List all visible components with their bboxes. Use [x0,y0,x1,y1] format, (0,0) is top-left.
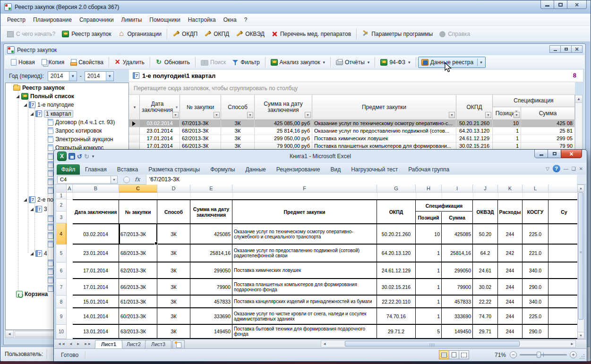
year-to-select[interactable]: 2014 [85,71,114,81]
cell[interactable]: 1 [416,279,442,295]
start-button[interactable]: С чего начать? [4,29,59,39]
cell[interactable]: 30.02 [473,279,498,295]
cell-spec-sum[interactable]: 425 08 [521,120,575,127]
scroll-right-button[interactable]: ► [569,341,575,347]
spreadsheet[interactable]: A B C D E F G H I J K L 1 2 3 4 5 6 7 8 … [56,185,584,339]
excel-hscrollbar[interactable]: ◄ ► [321,340,576,347]
xl-header-okved[interactable]: ОКВЭД [473,200,498,223]
tree-leaf[interactable] [48,260,53,266]
maximize-button[interactable] [554,0,567,9]
okdp-button[interactable]: ОКДП [169,28,201,39]
cell[interactable]: ЗК [157,262,190,278]
cell-sum[interactable]: 25 814,16 руб [255,127,312,135]
cell[interactable]: 64.20.13.120 [377,245,416,262]
col-header-F[interactable]: F [232,185,377,193]
cell[interactable]: 68/2013-ЗК [119,245,157,262]
filter-dropdown[interactable] [247,112,253,118]
cell[interactable]: 74.70 [473,308,498,324]
cell[interactable]: 79900 [190,279,232,295]
xl-row-10[interactable]: 13.01.2014 63/2013-ЗК ЗК 149450 Поставка… [73,325,580,339]
cell[interactable]: 244 [498,279,522,295]
reports-button[interactable]: Отчёты [333,57,373,68]
cell[interactable] [548,245,580,262]
scroll-up-button[interactable]: ▲ [578,185,584,192]
cell[interactable]: ЗК [157,308,190,324]
med-list-button[interactable]: Перечень мед. препаратов [268,29,354,39]
cell[interactable]: 17.01.2014 [73,279,119,295]
col-header-C[interactable]: C [119,185,157,193]
program-params-button[interactable]: Параметры программы [359,28,436,39]
cell[interactable]: 244 [498,262,522,278]
cell[interactable]: ЗК [157,279,190,295]
tab-home[interactable]: Главная [80,164,112,175]
analysis-button[interactable]: Анализ закупок [267,57,328,68]
scroll-thumb[interactable] [578,192,583,320]
cell[interactable]: Оказание услуг по предоставлению подвижн… [232,245,377,262]
new-button[interactable]: Новая [8,57,38,68]
cell-date[interactable]: 23.01.2014 [140,127,180,135]
cell-subject[interactable]: Оказание услуг по предоставлению подвижн… [312,127,456,135]
cell[interactable]: 22.22.20.110 [377,296,416,307]
cell[interactable]: Оказание услуг по чистке кровли от снега… [232,308,377,324]
filter-dropdown[interactable] [485,112,491,118]
menu-planning[interactable]: Планирование [30,15,75,25]
dropdown-segment[interactable] [477,59,482,66]
tree-leaf-dogovor[interactable]: Договор (п.4 ч.1 ст. 93) [48,119,115,126]
formula-input[interactable]: '67/2013-ЗК [146,175,577,185]
xl-header-way[interactable]: Способ [157,200,190,223]
cell[interactable]: 290.0 [522,325,548,338]
xl-row-8[interactable]: 15.01.2014 61/2013-ЗК ЗК 457833 Поставка… [73,296,580,308]
zoom-out-button[interactable]: − [510,351,517,358]
tab-file[interactable]: Файл [57,164,80,175]
col-header-G[interactable]: G [377,185,416,193]
cell[interactable]: ЗК [157,224,190,244]
cell-spec-sum[interactable]: 299 05 [521,135,575,143]
excel-titlebar[interactable]: Книга1 - Microsoft Excel [54,150,587,163]
cell-positions[interactable]: 10 [493,120,521,127]
col-header-sum[interactable]: Сумма на дату заключения [255,95,312,120]
cell[interactable]: 50.20.21.260 [377,224,416,244]
sheet-tab-2[interactable]: Лист2 [120,340,147,348]
expander-icon[interactable] [30,252,34,255]
tree-leaf[interactable] [48,161,53,168]
cell-date[interactable]: 17.01.2014 [140,135,180,143]
fz94-button[interactable]: 94-ФЗ [377,57,413,68]
expander-icon[interactable] [16,95,19,98]
xl-header-sum[interactable]: Сумма на дату заключения [190,200,232,223]
menu-limits[interactable]: Лимиты [118,15,146,25]
cell[interactable]: 25814,16 [442,245,473,262]
tree-recycle-bin[interactable]: Корзина [16,291,48,297]
cell[interactable]: 14.01.2014 [73,308,119,324]
sheet-tab-1[interactable]: Лист1 [94,340,122,348]
cell[interactable]: 457833 [442,296,473,307]
row-header-6[interactable]: 6 [56,262,67,279]
cell-way[interactable]: ЗК [221,127,255,135]
xl-row-7[interactable]: 17.01.2014 66/2013-ЗК ЗК 79900 Поставка … [73,279,580,296]
cell-number[interactable]: 62/2013-ЗК [180,135,221,143]
cell[interactable]: 244 [498,224,522,244]
tab-formulas[interactable]: Формулы [205,164,240,175]
group-by-bar[interactable]: Перетащите сюда заголовок, чтобы сгруппи… [129,82,575,95]
tree-leaf[interactable] [48,277,53,283]
cell-okpd[interactable]: 50.20.21.260 [456,120,493,127]
cell-date[interactable]: 03.02.2014 [140,120,180,127]
cell-way[interactable]: ЗК [221,135,255,143]
cell[interactable]: 149450 [190,325,232,338]
xl-header-okpd[interactable]: ОКПД [377,200,416,223]
scroll-down-button[interactable]: ▼ [578,332,584,339]
cell[interactable]: 299050 [190,262,232,278]
cell-subject[interactable]: Поставка химических ловушек [312,135,456,143]
cell-number[interactable]: 68/2013-ЗК [180,127,221,135]
row-header-9[interactable]: 9 [56,308,67,325]
tree-leaf[interactable] [48,187,53,194]
cell[interactable]: Поставка канцелярских изделий и принадле… [232,296,377,307]
cell[interactable] [548,296,580,307]
cell[interactable]: 10 [416,224,442,244]
maximize-button[interactable] [548,150,561,158]
cell-spec-sum[interactable]: 25 81 [521,127,575,135]
cell[interactable]: Поставка химических ловушек [232,262,377,278]
first-sheet-button[interactable]: ◄◄ [56,341,67,347]
tree-leaf[interactable] [48,241,53,247]
cell[interactable]: 29.71.2 [377,325,416,338]
cell-sum[interactable]: 425 085,00 руб [255,120,312,127]
